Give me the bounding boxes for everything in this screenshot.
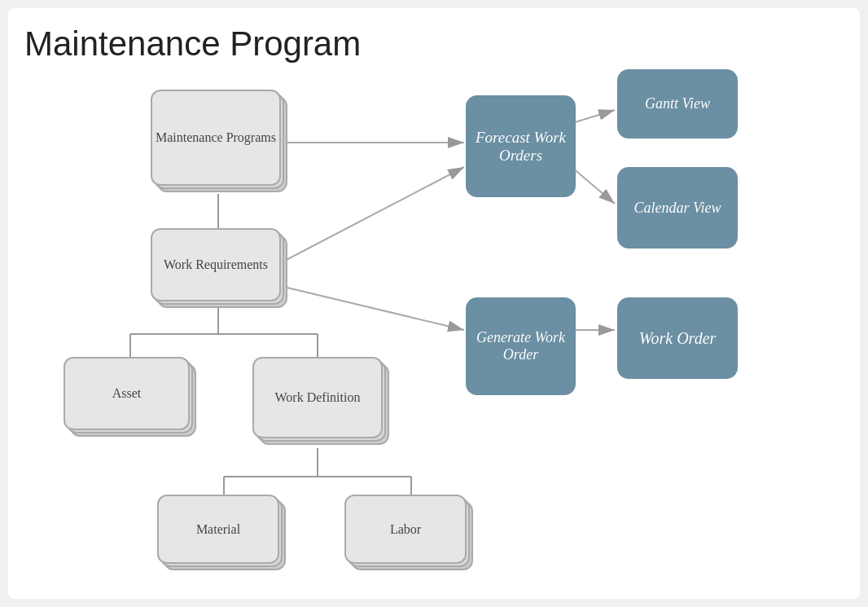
calendar-view-node: Calendar View bbox=[617, 167, 738, 249]
work-definition-node: Work Definition bbox=[252, 357, 387, 446]
diagram-container: Maintenance Program bbox=[8, 8, 860, 599]
svg-line-11 bbox=[277, 285, 464, 330]
asset-node: Asset bbox=[64, 357, 198, 438]
gantt-view-node: Gantt View bbox=[617, 69, 738, 139]
asset-label: Asset bbox=[64, 357, 190, 430]
work-definition-label: Work Definition bbox=[252, 357, 383, 438]
labor-label: Labor bbox=[344, 495, 467, 564]
work-requirements-node: Work Requirements bbox=[151, 228, 285, 310]
work-requirements-label: Work Requirements bbox=[151, 228, 281, 301]
labor-node: Labor bbox=[344, 495, 471, 572]
maintenance-programs-node: Maintenance Programs bbox=[151, 90, 285, 196]
material-node: Material bbox=[157, 495, 283, 572]
svg-line-10 bbox=[277, 167, 464, 265]
work-order-node: Work Order bbox=[617, 297, 738, 379]
generate-work-order-node: Generate Work Order bbox=[466, 297, 576, 395]
page-title: Maintenance Program bbox=[24, 24, 844, 64]
maintenance-programs-label: Maintenance Programs bbox=[151, 90, 281, 186]
material-label: Material bbox=[157, 495, 279, 564]
forecast-work-orders-node: Forecast Work Orders bbox=[466, 95, 576, 197]
